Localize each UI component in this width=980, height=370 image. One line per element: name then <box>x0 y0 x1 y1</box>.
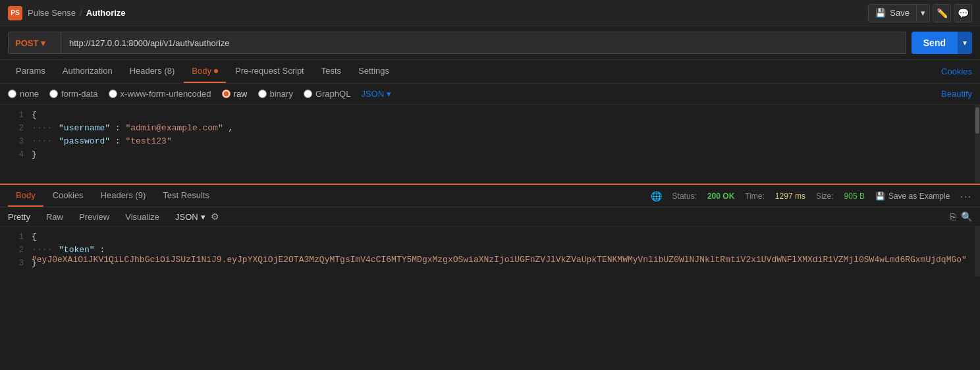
resp-format-pretty[interactable]: Pretty <box>8 212 36 222</box>
close-brace: } <box>32 149 37 159</box>
body-type-raw-radio[interactable] <box>222 90 231 98</box>
resp-linenum-1: 1 <box>5 232 24 242</box>
req-content-3: ···· "password" : "test123" <box>32 136 975 146</box>
comment-icon: 💬 <box>958 8 969 18</box>
filter-icon[interactable]: ⚙ <box>211 211 219 222</box>
body-type-graphql-radio[interactable] <box>304 90 312 98</box>
json-format-select[interactable]: JSON ▾ <box>361 89 391 99</box>
dots-3: ···· <box>32 136 52 146</box>
more-options-button[interactable]: ··· <box>960 191 972 201</box>
body-type-binary-radio[interactable] <box>258 90 267 98</box>
body-dot <box>214 69 218 73</box>
current-page: Authorize <box>86 8 126 18</box>
comment-button[interactable]: 💬 <box>954 4 972 22</box>
dots-2: ···· <box>32 123 52 133</box>
send-button-group[interactable]: Send ▾ <box>912 32 972 54</box>
resp-content-3: } <box>32 258 975 268</box>
save-example-icon: 💾 <box>875 192 885 201</box>
req-scrollbar-thumb <box>975 107 979 134</box>
req-line-1: 1 { <box>0 110 980 123</box>
resp-format-raw[interactable]: Raw <box>41 212 68 222</box>
send-button[interactable]: Send <box>912 32 958 54</box>
response-tabs-row: Body Cookies Headers (9) Test Results 🌐 … <box>0 184 980 207</box>
body-type-form-data[interactable]: form-data <box>49 89 98 99</box>
req-linenum-1: 1 <box>5 111 24 120</box>
size-label: Size: <box>816 192 834 201</box>
req-scrollbar[interactable] <box>975 105 980 183</box>
req-line-4: 4 } <box>0 149 980 163</box>
tab-prerequest-label: Pre-request Script <box>235 66 304 76</box>
req-line-2: 2 ···· "username" : "admin@example.com" … <box>0 123 980 136</box>
resp-tab-headers-label: Headers (9) <box>101 190 146 200</box>
body-type-none[interactable]: none <box>8 89 39 99</box>
body-type-graphql-label: GraphQL <box>315 89 350 99</box>
save-icon: 💾 <box>875 8 886 18</box>
tab-prerequest[interactable]: Pre-request Script <box>227 60 312 83</box>
breadcrumb-separator: / <box>80 8 82 18</box>
tab-body[interactable]: Body <box>184 60 226 83</box>
cookies-link[interactable]: Cookies <box>941 66 972 76</box>
resp-format-visualize[interactable]: Visualize <box>120 212 165 222</box>
body-type-binary[interactable]: binary <box>258 89 293 99</box>
resp-format-left: Pretty Raw Preview Visualize JSON ▾ ⚙ <box>8 211 219 222</box>
response-body-editor[interactable]: 1 { 2 ···· "token" : "eyJ0eXAiOiJKV1QiLC… <box>0 226 980 277</box>
method-label: POST <box>15 38 38 48</box>
body-type-urlencoded[interactable]: x-www-form-urlencoded <box>109 89 211 99</box>
password-value: "test123" <box>125 136 171 146</box>
body-type-urlencoded-label: x-www-form-urlencoded <box>121 89 211 99</box>
top-bar-left: PS Pulse Sense / Authorize <box>8 6 126 20</box>
tab-body-label: Body <box>192 66 211 76</box>
tab-headers[interactable]: Headers (8) <box>122 60 183 83</box>
body-type-raw[interactable]: raw <box>222 89 248 99</box>
resp-tab-body[interactable]: Body <box>8 185 43 207</box>
tab-settings-label: Settings <box>358 66 389 76</box>
beautify-button[interactable]: Beautify <box>941 89 972 99</box>
url-input[interactable] <box>61 32 906 54</box>
save-button-group[interactable]: 💾 Save ▾ <box>868 4 930 22</box>
globe-icon: 🌐 <box>651 191 662 201</box>
body-type-form-data-radio[interactable] <box>49 90 58 98</box>
tab-settings[interactable]: Settings <box>350 60 397 83</box>
save-example-label: Save as Example <box>888 192 950 201</box>
req-content-2: ···· "username" : "admin@example.com" , <box>32 123 975 133</box>
resp-tab-cookies[interactable]: Cookies <box>45 185 92 207</box>
tab-authorization[interactable]: Authorization <box>55 60 121 83</box>
save-button[interactable]: 💾 Save <box>869 5 917 22</box>
save-example-button[interactable]: 💾 Save as Example <box>875 192 950 201</box>
app-logo: PS <box>8 6 22 20</box>
body-type-graphql[interactable]: GraphQL <box>304 89 350 99</box>
copy-icon[interactable]: ⎘ <box>950 211 956 222</box>
resp-tab-headers[interactable]: Headers (9) <box>93 185 154 207</box>
body-type-raw-label: raw <box>234 89 248 99</box>
send-dropdown-button[interactable]: ▾ <box>958 32 972 54</box>
req-linenum-3: 3 <box>5 137 24 146</box>
tab-tests[interactable]: Tests <box>313 60 349 83</box>
tab-authorization-label: Authorization <box>63 66 113 76</box>
request-body-editor[interactable]: 1 { 2 ···· "username" : "admin@example.c… <box>0 105 980 184</box>
username-key: "username" <box>59 123 110 133</box>
edit-icon: ✏️ <box>937 8 948 18</box>
response-tabs: Body Cookies Headers (9) Test Results <box>8 185 217 207</box>
resp-json-chevron-icon: ▾ <box>201 212 205 222</box>
resp-tab-cookies-label: Cookies <box>53 190 84 200</box>
resp-format-right: ⎘ 🔍 <box>950 211 972 222</box>
password-key: "password" <box>59 136 110 146</box>
body-type-none-radio[interactable] <box>8 90 16 98</box>
resp-json-select[interactable]: JSON ▾ <box>175 212 205 222</box>
method-select[interactable]: POST ▾ <box>8 32 61 54</box>
search-icon[interactable]: 🔍 <box>961 211 972 222</box>
save-dropdown-button[interactable]: ▾ <box>917 5 929 22</box>
body-type-binary-label: binary <box>270 89 293 99</box>
resp-scrollbar[interactable] <box>975 226 980 277</box>
edit-button[interactable]: ✏️ <box>933 4 951 22</box>
tab-params[interactable]: Params <box>8 60 53 83</box>
response-meta: 🌐 Status: 200 OK Time: 1297 ms Size: 905… <box>651 191 972 201</box>
resp-format-preview[interactable]: Preview <box>74 212 115 222</box>
resp-tab-test-results[interactable]: Test Results <box>155 185 217 207</box>
body-type-none-label: none <box>20 89 39 99</box>
body-type-row: none form-data x-www-form-urlencoded raw… <box>0 84 980 105</box>
tab-tests-label: Tests <box>321 66 341 76</box>
resp-preview-label: Preview <box>79 212 109 222</box>
body-type-urlencoded-radio[interactable] <box>109 90 117 98</box>
resp-raw-label: Raw <box>46 212 63 222</box>
